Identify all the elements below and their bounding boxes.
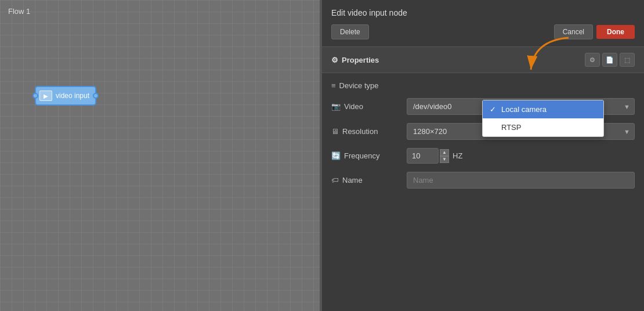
name-label: 🏷 Name (331, 176, 407, 185)
frequency-unit: HZ (453, 151, 462, 160)
panel-title: Edit video input node (331, 8, 635, 17)
canvas-area: Flow 1 ▶ video input (0, 0, 320, 311)
freq-down-button[interactable]: ▼ (440, 156, 449, 163)
dropdown-label-rtsp: RTSP (501, 123, 521, 132)
node-label: video input (56, 92, 89, 100)
panel-header: Edit video input node Delete Cancel Done (322, 0, 644, 47)
device-type-dropdown: ✓ Local camera RTSP (482, 100, 604, 137)
freq-up-button[interactable]: ▲ (440, 149, 449, 156)
section-title: Properties (342, 56, 379, 64)
delete-button[interactable]: Delete (331, 24, 369, 39)
toolbar-row: Delete Cancel Done (331, 24, 635, 39)
frequency-input[interactable] (407, 148, 439, 164)
section-title-row: ⚙ Properties (331, 56, 379, 64)
camera-icon: 📷 (331, 102, 341, 111)
monitor-icon: 🖥 (331, 127, 339, 136)
name-input[interactable] (407, 172, 635, 189)
frequency-row: 🔄 Frequency ▲ ▼ HZ (331, 148, 635, 164)
video-input-node[interactable]: ▶ video input (35, 86, 96, 106)
name-control (407, 172, 635, 189)
video-label: 📷 Video (331, 102, 407, 111)
device-type-icon: ≡ (331, 81, 336, 90)
freq-row: ▲ ▼ HZ (407, 148, 635, 164)
section-icon-group: ⚙ 📄 ⬚ (585, 53, 635, 67)
dropdown-item-local-camera[interactable]: ✓ Local camera (483, 100, 603, 118)
section-header: ⚙ Properties ⚙ 📄 ⬚ (322, 47, 644, 73)
tag-icon: 🏷 (331, 176, 339, 185)
check-icon: ✓ (490, 105, 498, 114)
dropdown-item-rtsp[interactable]: RTSP (483, 118, 603, 136)
refresh-icon: 🔄 (331, 151, 341, 160)
right-panel: Edit video input node Delete Cancel Done… (322, 0, 644, 311)
frequency-spinners: ▲ ▼ (440, 149, 449, 163)
flow-label: Flow 1 (8, 7, 30, 16)
cancel-button[interactable]: Cancel (554, 24, 593, 39)
node-icon: ▶ (39, 91, 52, 101)
device-type-row: ≡ Device type ✓ Local camera RTSP (331, 81, 635, 90)
gear-icon: ⚙ (331, 56, 338, 64)
done-button[interactable]: Done (596, 25, 635, 39)
frequency-control: ▲ ▼ HZ (407, 148, 635, 164)
settings-icon-btn[interactable]: ⚙ (585, 53, 600, 67)
export-icon-btn[interactable]: ⬚ (620, 53, 635, 67)
name-row: 🏷 Name (331, 172, 635, 189)
toolbar-right: Cancel Done (554, 24, 635, 39)
frequency-label: 🔄 Frequency (331, 151, 407, 160)
properties-body: ≡ Device type ✓ Local camera RTSP (322, 73, 644, 311)
device-type-label: ≡ Device type (331, 81, 407, 90)
dropdown-label-local-camera: Local camera (501, 105, 547, 114)
resolution-label: 🖥 Resolution (331, 127, 407, 136)
doc-icon-btn[interactable]: 📄 (602, 53, 617, 67)
node-port-right[interactable] (93, 93, 99, 99)
node-port-left[interactable] (32, 93, 38, 99)
